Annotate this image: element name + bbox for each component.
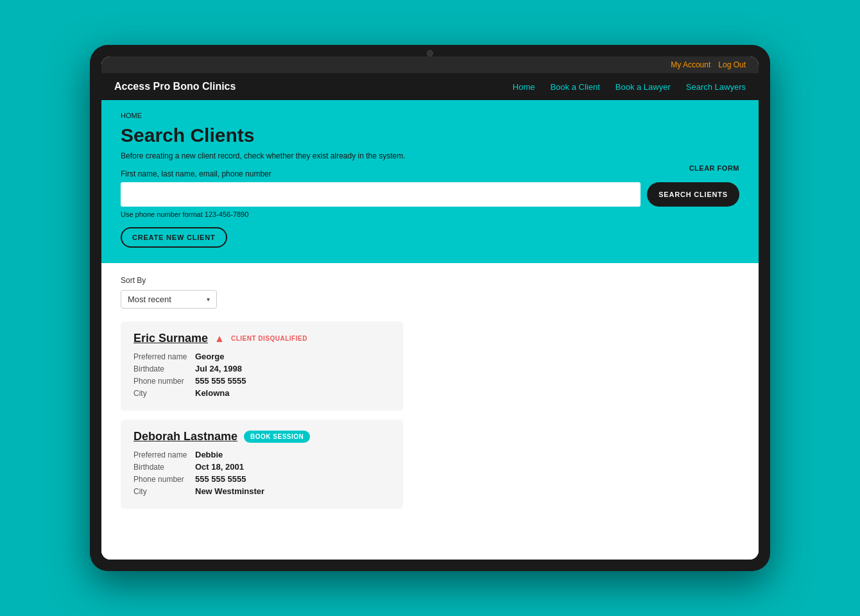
phone-value: 555 555 5555 [195,376,246,386]
preferred-name-label: Preferred name [133,352,191,361]
tablet-screen: My Account Log Out Access Pro Bono Clini… [101,56,759,560]
preferred-name-label: Preferred name [133,450,191,459]
preferred-name-value: George [195,352,225,361]
city-row: City Kelowna [133,388,390,398]
birthdate-row: Birthdate Jul 24, 1998 [133,364,390,373]
birthdate-row: Birthdate Oct 18, 2001 [133,462,390,472]
phone-label: Phone number [133,377,191,386]
brand-name: Access Pro Bono Clinics [114,81,236,92]
results-section: Sort By Most recent ▾ Eric Surname ▲ CLI… [101,263,759,531]
navbar: Access Pro Bono Clinics Home Book a Clie… [101,73,759,100]
search-header: HOME Search Clients Before creating a ne… [101,100,759,263]
my-account-link[interactable]: My Account [671,60,710,69]
sort-value: Most recent [128,295,171,304]
chevron-down-icon: ▾ [207,296,210,303]
phone-row: Phone number 555 555 5555 [133,474,390,484]
client-card-header: Deborah Lastname BOOK SESSION [133,430,390,443]
phone-value: 555 555 5555 [195,474,246,484]
search-field-label: First name, last name, email, phone numb… [121,169,739,178]
nav-search-lawyers[interactable]: Search Lawyers [686,82,746,92]
sort-select[interactable]: Most recent ▾ [121,290,217,309]
phone-row: Phone number 555 555 5555 [133,376,390,386]
city-value: New Westminster [195,486,264,496]
log-out-link[interactable]: Log Out [718,60,746,69]
city-row: City New Westminster [133,486,390,496]
city-value: Kelowna [195,388,229,398]
nav-book-lawyer[interactable]: Book a Lawyer [615,82,671,92]
client-name[interactable]: Deborah Lastname [133,430,237,443]
client-card: Deborah Lastname BOOK SESSION Preferred … [121,420,403,509]
nav-book-client[interactable]: Book a Client [550,82,599,92]
search-input[interactable] [121,182,641,207]
city-label: City [133,389,191,398]
birthdate-value: Jul 24, 1998 [195,364,242,373]
utility-bar: My Account Log Out [101,56,759,73]
tablet-camera [427,50,433,56]
sort-label: Sort By [121,276,739,285]
preferred-name-value: Debbie [195,450,223,459]
page-subtitle: Before creating a new client record, che… [121,151,739,160]
client-card: Eric Surname ▲ CLIENT DISQUALIFIED Prefe… [121,321,403,411]
disqualified-badge: CLIENT DISQUALIFIED [231,335,307,342]
preferred-name-row: Preferred name George [133,352,390,361]
search-row: SEARCH CLIENTS [121,182,739,207]
city-label: City [133,487,191,496]
birthdate-label: Birthdate [133,364,191,373]
tablet-frame: My Account Log Out Access Pro Bono Clini… [90,45,770,571]
create-new-client-button[interactable]: CREATE NEW CLIENT [121,227,227,248]
phone-hint: Use phone number format 123-456-7890 [121,210,739,218]
birthdate-value: Oct 18, 2001 [195,462,244,472]
warning-icon: ▲ [214,333,225,345]
client-card-header: Eric Surname ▲ CLIENT DISQUALIFIED [133,332,390,345]
breadcrumb: HOME [121,112,739,119]
main-content: HOME Search Clients Before creating a ne… [101,100,759,560]
nav-home[interactable]: Home [513,82,535,92]
clear-form-link[interactable]: CLEAR FORM [689,164,739,172]
client-name[interactable]: Eric Surname [133,332,208,345]
birthdate-label: Birthdate [133,463,191,472]
search-clients-button[interactable]: SEARCH CLIENTS [647,182,739,207]
page-title: Search Clients [121,124,739,146]
preferred-name-row: Preferred name Debbie [133,450,390,459]
phone-label: Phone number [133,475,191,484]
nav-links: Home Book a Client Book a Lawyer Search … [513,82,746,92]
book-session-badge[interactable]: BOOK SESSION [244,431,310,443]
